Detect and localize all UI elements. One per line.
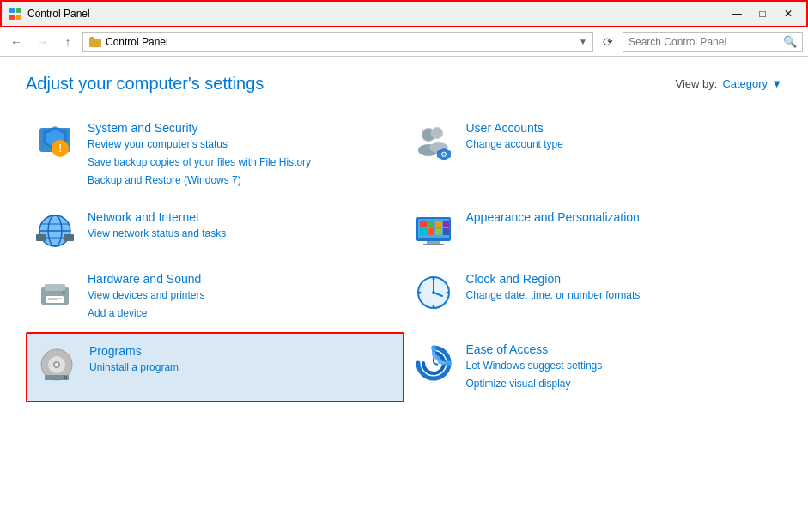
- svg-rect-0: [9, 8, 15, 13]
- network-internet-icon: [34, 210, 76, 251]
- forward-button[interactable]: →: [31, 31, 53, 53]
- svg-point-46: [62, 291, 65, 294]
- user-accounts-icon: ⚙: [413, 121, 454, 162]
- category-appearance[interactable]: Appearance and Personalization: [404, 200, 783, 262]
- svg-rect-2: [9, 15, 15, 20]
- view-by-chevron-icon: ▼: [771, 77, 782, 90]
- title-bar-left: Control Panel: [9, 7, 90, 21]
- svg-rect-7: [90, 37, 94, 39]
- categories-grid: ! System and Security Review your comput…: [26, 111, 782, 402]
- svg-rect-40: [423, 244, 444, 245]
- minimize-button[interactable]: —: [726, 5, 748, 22]
- ease-of-access-icon: [413, 342, 454, 384]
- app-icon: [9, 7, 22, 21]
- address-bar: ← → ↑ Control Panel ▼ ⟳ 🔍: [0, 27, 808, 57]
- hardware-sound-content: Hardware and Sound View devices and prin…: [88, 272, 205, 322]
- svg-text:⚙: ⚙: [440, 150, 447, 159]
- svg-point-52: [432, 277, 434, 280]
- svg-rect-28: [64, 234, 74, 241]
- ease-of-access-link-1[interactable]: Let Windows suggest settings: [466, 358, 603, 374]
- programs-link-1[interactable]: Uninstall a program: [89, 360, 179, 376]
- system-security-content: System and Security Review your computer…: [88, 121, 311, 190]
- view-by-label: View by:: [675, 77, 717, 90]
- category-clock-region[interactable]: Clock and Region Change date, time, or n…: [404, 262, 783, 332]
- system-security-link-2[interactable]: Save backup copies of your files with Fi…: [88, 154, 311, 171]
- category-network-internet[interactable]: Network and Internet View network status…: [26, 200, 404, 262]
- maximize-button[interactable]: □: [751, 5, 774, 22]
- address-input-wrap[interactable]: Control Panel ▼: [82, 32, 593, 52]
- main-header: Adjust your computer's settings View by:…: [26, 74, 782, 94]
- svg-rect-62: [64, 376, 67, 379]
- window-controls: — □ ✕: [726, 5, 799, 22]
- appearance-content: Appearance and Personalization: [466, 210, 640, 224]
- user-accounts-content: User Accounts Change account type: [466, 121, 563, 153]
- category-ease-of-access[interactable]: Ease of Access Let Windows suggest setti…: [404, 332, 783, 402]
- svg-rect-32: [428, 221, 434, 227]
- appearance-name: Appearance and Personalization: [466, 210, 640, 224]
- user-accounts-name: User Accounts: [466, 121, 563, 135]
- svg-rect-1: [16, 8, 21, 13]
- ease-of-access-content: Ease of Access Let Windows suggest setti…: [466, 342, 603, 392]
- page-title: Adjust your computer's settings: [26, 74, 264, 94]
- svg-rect-35: [420, 228, 427, 235]
- ease-of-access-link-2[interactable]: Optimize visual display: [466, 376, 603, 392]
- category-system-security[interactable]: ! System and Security Review your comput…: [26, 111, 404, 200]
- search-wrap: 🔍: [623, 32, 803, 52]
- search-input[interactable]: [629, 36, 783, 48]
- clock-region-icon: [413, 272, 454, 313]
- svg-rect-37: [435, 228, 442, 235]
- view-by: View by: Category ▼: [675, 77, 782, 90]
- ease-of-access-name: Ease of Access: [466, 342, 603, 356]
- hardware-sound-icon: [34, 272, 76, 313]
- up-button[interactable]: ↑: [57, 31, 79, 53]
- title-bar: Control Panel — □ ✕: [0, 0, 808, 27]
- programs-name: Programs: [89, 344, 179, 358]
- system-security-link-1[interactable]: Review your computer's status: [88, 136, 311, 153]
- svg-point-60: [55, 363, 58, 366]
- view-by-select[interactable]: Category ▼: [722, 77, 782, 90]
- programs-content: Programs Uninstall a program: [89, 344, 179, 376]
- search-icon[interactable]: 🔍: [783, 35, 797, 48]
- appearance-icon: [413, 210, 454, 251]
- category-hardware-sound[interactable]: Hardware and Sound View devices and prin…: [26, 262, 404, 332]
- svg-rect-44: [48, 298, 62, 299]
- system-security-icon: !: [34, 121, 76, 162]
- svg-rect-33: [435, 221, 442, 227]
- address-text: Control Panel: [106, 36, 575, 48]
- svg-rect-42: [45, 284, 65, 291]
- hardware-sound-link-2[interactable]: Add a device: [88, 305, 205, 322]
- svg-point-53: [432, 305, 434, 307]
- category-programs[interactable]: Programs Uninstall a program: [26, 332, 404, 402]
- main-content: Adjust your computer's settings View by:…: [0, 57, 808, 532]
- svg-rect-45: [48, 299, 58, 300]
- svg-rect-36: [428, 228, 434, 235]
- refresh-button[interactable]: ⟳: [597, 31, 619, 53]
- svg-rect-38: [443, 228, 449, 235]
- clock-region-link-1[interactable]: Change date, time, or number formats: [466, 287, 641, 304]
- back-button[interactable]: ←: [5, 31, 27, 53]
- close-button[interactable]: ✕: [777, 5, 799, 22]
- address-folder-icon: [88, 35, 102, 49]
- clock-region-content: Clock and Region Change date, time, or n…: [466, 272, 641, 304]
- view-by-value: Category: [722, 77, 768, 90]
- svg-rect-27: [36, 234, 46, 241]
- hardware-sound-name: Hardware and Sound: [88, 272, 205, 286]
- user-accounts-link-1[interactable]: Change account type: [466, 136, 563, 153]
- clock-region-name: Clock and Region: [466, 272, 641, 286]
- network-internet-link-1[interactable]: View network status and tasks: [88, 226, 226, 242]
- svg-text:!: !: [58, 142, 62, 154]
- svg-rect-31: [420, 221, 427, 227]
- category-user-accounts[interactable]: ⚙ User Accounts Change account type: [404, 111, 783, 200]
- hardware-sound-link-1[interactable]: View devices and printers: [88, 287, 205, 304]
- network-internet-name: Network and Internet: [88, 210, 226, 224]
- system-security-link-3[interactable]: Backup and Restore (Windows 7): [88, 172, 311, 189]
- svg-rect-3: [16, 15, 21, 20]
- programs-icon: [36, 344, 77, 385]
- address-chevron-icon: ▼: [579, 37, 587, 46]
- system-security-name: System and Security: [88, 121, 311, 135]
- svg-point-54: [418, 291, 421, 293]
- svg-point-17: [432, 128, 442, 138]
- svg-rect-39: [427, 241, 440, 244]
- svg-point-55: [446, 291, 448, 293]
- svg-rect-34: [443, 221, 449, 227]
